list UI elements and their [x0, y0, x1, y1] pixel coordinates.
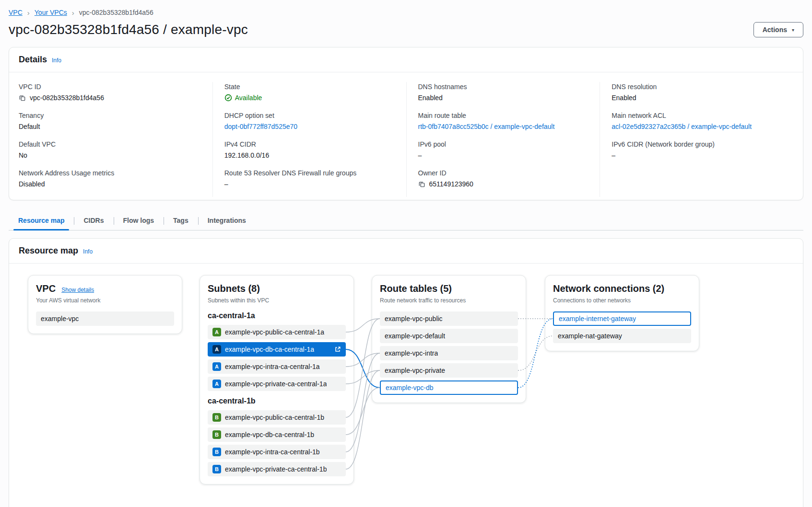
tab-resource-map[interactable]: Resource map	[9, 212, 74, 230]
field-value: Enabled	[612, 93, 636, 103]
tab-cidrs[interactable]: CIDRs	[74, 212, 113, 230]
details-panel: Details Info VPC ID vpc-082b35328b1fd4a5…	[9, 47, 803, 200]
field-dhcp-option-set: DHCP option set dopt-0bf772ff87d525e70	[224, 111, 395, 131]
subnet-item[interactable]: A example-vpc-private-ca-central-1a	[208, 377, 346, 391]
network-connection-item-label: example-internet-gateway	[559, 315, 636, 323]
field-ipv4-cidr: IPv4 CIDR 192.168.0.0/16	[224, 139, 395, 160]
details-info-link[interactable]: Info	[52, 57, 61, 64]
tab-integrations[interactable]: Integrations	[198, 212, 256, 230]
route-table-item-highlighted[interactable]: example-vpc-db	[380, 380, 518, 395]
subnet-item[interactable]: B example-vpc-public-ca-central-1b	[208, 410, 346, 425]
vpc-item[interactable]: example-vpc	[36, 311, 174, 326]
breadcrumb-link-your-vpcs[interactable]: Your VPCs	[35, 9, 67, 16]
field-main-network-acl: Main network ACL acl-02e5d92327a2c365b /…	[612, 111, 782, 131]
vpc-item-label: example-vpc	[41, 315, 79, 323]
field-label: Main network ACL	[612, 111, 782, 120]
field-default-vpc: Default VPC No	[19, 139, 201, 160]
field-value: Default	[19, 122, 40, 131]
route-table-item[interactable]: example-vpc-private	[380, 363, 518, 378]
field-vpc-id: VPC ID vpc-082b35328b1fd4a56	[19, 82, 201, 103]
actions-button[interactable]: Actions ▾	[753, 22, 803, 37]
tab-flow-logs[interactable]: Flow logs	[114, 212, 164, 230]
az-a-icon: A	[212, 362, 221, 371]
field-label: IPv6 CIDR (Network border group)	[612, 139, 782, 149]
resource-map-info-link[interactable]: Info	[83, 248, 93, 255]
network-connection-item-highlighted[interactable]: example-internet-gateway	[553, 311, 691, 326]
network-connections-column-subtitle: Connections to other networks	[553, 297, 691, 304]
subnet-item[interactable]: B example-vpc-intra-ca-central-1b	[208, 445, 346, 459]
tab-bar: Resource map CIDRs Flow logs Tags Integr…	[9, 212, 803, 230]
breadcrumb-separator-icon: ›	[72, 9, 74, 16]
field-value: 192.168.0.0/16	[224, 150, 269, 160]
dhcp-option-set-link[interactable]: dopt-0bf772ff87d525e70	[224, 122, 297, 131]
subnet-item-label: example-vpc-intra-ca-central-1a	[225, 363, 320, 370]
az-group: A example-vpc-public-ca-central-1a A exa…	[208, 325, 346, 391]
subnets-column-title: Subnets (8)	[208, 283, 346, 294]
subnet-item[interactable]: B example-vpc-db-ca-central-1b	[208, 427, 346, 442]
details-grid: VPC ID vpc-082b35328b1fd4a56 Tenancy Def…	[9, 72, 803, 200]
az-b-icon: B	[212, 430, 221, 439]
az-a-icon: A	[212, 328, 221, 336]
field-dns-hostnames: DNS hostnames Enabled	[418, 82, 588, 103]
az-a-icon: A	[212, 380, 221, 388]
route-table-item-label: example-vpc-db	[386, 384, 434, 392]
route-tables-column-card: Route tables (5) Route network traffic t…	[372, 275, 526, 403]
field-value: –	[612, 150, 615, 160]
vpc-column-card: VPC Show details Your AWS virtual networ…	[28, 275, 182, 334]
actions-button-label: Actions	[763, 26, 787, 34]
network-connections-column-card: Network connections (2) Connections to o…	[545, 275, 699, 351]
field-value: –	[224, 179, 228, 189]
subnet-item[interactable]: A example-vpc-public-ca-central-1a	[208, 325, 346, 339]
subnet-item-selected[interactable]: A example-vpc-db-ca-central-1a	[208, 342, 346, 357]
network-connection-item-label: example-nat-gateway	[558, 332, 622, 340]
subnet-item-label: example-vpc-private-ca-central-1b	[225, 465, 327, 473]
breadcrumb-link-vpc[interactable]: VPC	[9, 9, 23, 16]
details-column-1: VPC ID vpc-082b35328b1fd4a56 Tenancy Def…	[19, 82, 212, 197]
details-column-3: DNS hostnames Enabled Main route table r…	[406, 82, 600, 197]
route-table-item-label: example-vpc-private	[385, 367, 445, 374]
field-label: Default VPC	[19, 139, 201, 149]
field-label: Tenancy	[19, 111, 201, 120]
route-table-item[interactable]: example-vpc-intra	[380, 346, 518, 360]
resource-map-header: Resource map Info	[9, 239, 803, 264]
main-network-acl-link[interactable]: acl-02e5d92327a2c365b / example-vpc-defa…	[612, 122, 752, 131]
az-group-heading: ca-central-1b	[208, 397, 346, 405]
main-route-table-link[interactable]: rtb-0fb7407a8cc525b0c / example-vpc-defa…	[418, 122, 555, 131]
subnets-column-subtitle: Subnets within this VPC	[208, 297, 346, 304]
az-b-icon: B	[212, 448, 221, 456]
copy-icon[interactable]	[19, 94, 26, 102]
field-state: State Available	[224, 82, 395, 103]
caret-down-icon: ▾	[792, 27, 794, 33]
network-connection-item[interactable]: example-nat-gateway	[553, 329, 691, 343]
details-title: Details	[19, 55, 47, 65]
field-label: VPC ID	[19, 82, 201, 92]
route-table-item[interactable]: example-vpc-default	[380, 329, 518, 343]
subnet-item-label: example-vpc-public-ca-central-1b	[225, 414, 324, 421]
external-link-icon[interactable]	[334, 346, 341, 353]
resource-map-panel: Resource map Info VPC Show details Your …	[9, 238, 803, 507]
route-table-item[interactable]: example-vpc-public	[380, 311, 518, 326]
az-b-icon: B	[212, 465, 221, 473]
field-label: Main route table	[418, 111, 588, 120]
breadcrumb-separator-icon: ›	[27, 9, 30, 16]
subnet-item[interactable]: A example-vpc-intra-ca-central-1a	[208, 359, 346, 374]
resource-map-title: Resource map	[19, 246, 78, 256]
field-value: Disabled	[19, 179, 45, 189]
field-main-route-table: Main route table rtb-0fb7407a8cc525b0c /…	[418, 111, 588, 131]
field-value: 651149123960	[429, 179, 473, 189]
resource-map-canvas: VPC Show details Your AWS virtual networ…	[9, 264, 803, 507]
tab-tags[interactable]: Tags	[164, 212, 198, 230]
subnet-item-label: example-vpc-intra-ca-central-1b	[225, 448, 320, 456]
route-tables-column-title: Route tables (5)	[380, 283, 518, 294]
subnet-item-label: example-vpc-db-ca-central-1b	[225, 431, 314, 438]
field-value: vpc-082b35328b1fd4a56	[30, 93, 104, 103]
field-label: IPv6 pool	[418, 139, 588, 149]
page-header: vpc-082b35328b1fd4a56 / example-vpc Acti…	[9, 22, 803, 37]
details-column-4: DNS resolution Enabled Main network ACL …	[600, 82, 793, 197]
subnet-item[interactable]: B example-vpc-private-ca-central-1b	[208, 462, 346, 476]
field-ipv6-cidr: IPv6 CIDR (Network border group) –	[612, 139, 782, 160]
field-label: IPv4 CIDR	[224, 139, 395, 149]
field-label: Route 53 Resolver DNS Firewall rule grou…	[224, 168, 395, 178]
copy-icon[interactable]	[418, 181, 425, 188]
show-details-link[interactable]: Show details	[61, 287, 94, 293]
